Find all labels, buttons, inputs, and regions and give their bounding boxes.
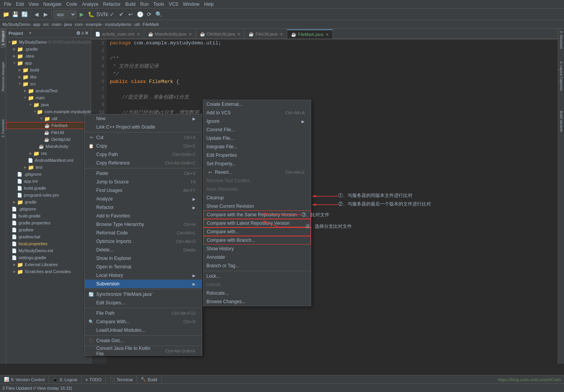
svn-edit-props[interactable]: Edit Properties [203,151,311,160]
ctx-refactor[interactable]: Refactor ▶ [85,203,202,212]
tree-root[interactable]: ▼ 📁 MyStudyDemo D:\SVNCode\MyStudyDemo [6,39,91,46]
svn-revert-btn[interactable]: ↩ [126,10,135,19]
ctx-browse-hierarchy[interactable]: Browse Type Hierarchy Ctrl+H [85,220,202,229]
ctx-link-cpp[interactable]: Link C++ Project with Gradle [85,123,202,131]
svn-compare-branch[interactable]: Compare with Branch... [203,236,311,244]
tree-external-libs[interactable]: ▶ 📁 External Libraries [6,261,91,268]
run-config-select[interactable]: app [53,10,77,19]
settings-icon[interactable]: ≡ [81,31,84,36]
tree-androidmanifest[interactable]: 📄 AndroidManifest.xml [6,157,91,164]
svn-refresh-btn[interactable]: ⟳ [145,10,153,19]
svn-revert[interactable]: ↩ Revert... Ctrl+Alt+Z [203,168,311,176]
svn-lock[interactable]: Lock... [203,272,311,280]
tab-filemark[interactable]: ☕ FileMark.java ✕ [287,29,333,39]
tree-libs[interactable]: ▶ 📁 libs [6,73,91,80]
ctx-jump-to-source[interactable]: Jump to Source F4 [85,178,202,186]
left-tab-project[interactable]: 1: Project [0,29,6,48]
close-panel-icon[interactable]: ✕ [85,31,89,36]
svn-update-btn[interactable]: SVN: [99,10,107,19]
svn-cleanup[interactable]: Cleanup [203,193,311,202]
menu-build[interactable]: Build [123,1,138,8]
tree-gitignore[interactable]: 📄 .gitignore [6,171,91,178]
tab-logcat[interactable]: 📱 6: Logcat [49,375,81,384]
tab-terminal[interactable]: ⬛ Terminal [106,375,137,384]
ctx-edit-scopes[interactable]: Edit Scopes... [85,299,202,307]
tree-app[interactable]: ▼ 📁 app [6,59,91,66]
ctx-synchronize[interactable]: 🔄 Synchronize 'FileMark.java' [85,290,202,299]
ctx-load-unload[interactable]: Load/Unload Modules... [85,326,202,334]
menu-help[interactable]: Help [202,1,216,8]
ctx-delete[interactable]: Delete... Delete [85,246,202,254]
right-tab-layout-captures[interactable]: 4: Layout Captures [559,59,564,93]
svn-update[interactable]: Update File... [203,134,311,143]
menu-refactor[interactable]: Refactor [101,1,123,8]
tree-main[interactable]: ▼ 📁 main [6,94,91,101]
tree-gitignore-root[interactable]: 📄 .gitignore [6,205,91,212]
ctx-create-gist[interactable]: ⚫ Create Gist... [85,336,202,345]
ctx-open-terminal[interactable]: Open in Terminal [85,263,202,271]
tab-mainactivity[interactable]: ☕ MainActivity.java ✕ [144,29,196,39]
tree-build-gradle[interactable]: 📄 build.gradle [6,185,91,192]
menu-edit[interactable]: Edit [14,1,26,8]
ctx-show-explorer[interactable]: Show in Explorer [85,254,202,263]
tree-com-example[interactable]: ▼ 📁 com.example.mystudydemo [6,108,91,115]
debug-btn[interactable]: 🐛 [87,10,95,19]
left-tab-resource[interactable]: Resource Manager [0,59,6,94]
ctx-convert-kotlin[interactable]: Convert Java File to Kotlin File Ctrl+Al… [85,347,202,355]
ctx-file-path[interactable]: File Path Ctrl+Alt+F12 [85,309,202,317]
tree-settings-gradle[interactable]: 📄 settings.gradle [6,254,91,261]
menu-run[interactable]: Run [138,1,151,8]
tab-todo[interactable]: ≡ TODO [82,375,106,384]
breadcrumb-java[interactable]: java [64,22,72,27]
tree-scratches[interactable]: ▶ 📁 Scratches and Consoles [6,268,91,275]
ctx-reformat[interactable]: Reformat Code Ctrl+Alt+L [85,229,202,237]
svn-compare-same[interactable]: Compare with the Same Repository Version [203,210,311,219]
ctx-local-history[interactable]: Local History ▶ [85,271,202,280]
right-tab-build-variants[interactable]: Build Variants [559,109,564,134]
menu-window[interactable]: Window [181,1,202,8]
ctx-copy[interactable]: 📋 Copy Ctrl+C [85,142,202,150]
tree-idea[interactable]: ▶ 📁 .idea [6,53,91,59]
tree-filemark[interactable]: ☕ FileMark [6,122,91,129]
ctx-new[interactable]: New ▶ [85,114,202,123]
tree-test[interactable]: ▶ 📁 test [6,164,91,171]
tab-fileutil[interactable]: ☕ FileUtil.java ✕ [245,29,287,39]
tree-gradlew[interactable]: 📄 gradlew [6,226,91,233]
svn-relocate[interactable]: Relocate... [203,289,311,297]
tree-gradle-root[interactable]: ▶ 📁 gradle [6,199,91,205]
svn-annotate[interactable]: Annotate [203,253,311,261]
tree-java[interactable]: ▼ 📁 java [6,101,91,108]
menu-file[interactable]: File [2,1,14,8]
tree-gradlew-bat[interactable]: 📄 gradlew.bat [6,233,91,240]
tree-mystudydemo-iml[interactable]: 📄 MyStudyDemo.iml [6,247,91,254]
tree-okhttputil[interactable]: ☕ OkHttpUtil [6,136,91,143]
tree-build-gradle-root[interactable]: 📄 build.gradle [6,212,91,219]
breadcrumb-com[interactable]: com [75,22,83,27]
svn-commit-btn[interactable]: ✔ [117,10,126,19]
svn-history-btn[interactable]: 🕐 [136,10,144,19]
menu-view[interactable]: View [26,1,41,8]
tree-mainactivity[interactable]: ☕ MainActivity [6,143,91,150]
ctx-copy-ref[interactable]: Copy Reference Ctrl+Alt+Shift+C [85,159,202,167]
tree-gradle[interactable]: ▶ 📁 .gradle [6,46,91,53]
svn-compare-with[interactable]: Compare with... [203,227,311,236]
breadcrumb-app[interactable]: app [33,22,40,27]
tab-okhttputil[interactable]: ☕ OkHttpUtil.java ✕ [196,29,245,39]
tree-util[interactable]: ▼ 📁 util [6,115,91,122]
forward-btn[interactable]: ▶ [41,10,50,19]
breadcrumb-main[interactable]: main [52,22,61,27]
save-btn[interactable]: 💾 [11,10,19,19]
breadcrumb-filemark[interactable]: FileMark [143,22,159,27]
menu-navigate[interactable]: Navigate [41,1,64,8]
search-btn[interactable]: 🔍 [154,10,163,19]
tree-build[interactable]: ▶ 📁 build [6,66,91,73]
breadcrumb-mystudydemo[interactable]: mystudydemo [105,22,131,27]
ctx-paste[interactable]: Paste Ctrl+V [85,169,202,178]
sync-btn[interactable]: 🔄 [20,10,29,19]
back-btn[interactable]: ◀ [32,10,41,19]
ctx-subversion[interactable]: Subversion ▶ [85,280,202,288]
tab-version-control[interactable]: 📊 9: Version Control [0,375,49,384]
svn-show-history[interactable]: Show History [203,244,311,253]
breadcrumb-src[interactable]: src [43,22,49,27]
run-btn[interactable]: ▶ [77,10,86,19]
